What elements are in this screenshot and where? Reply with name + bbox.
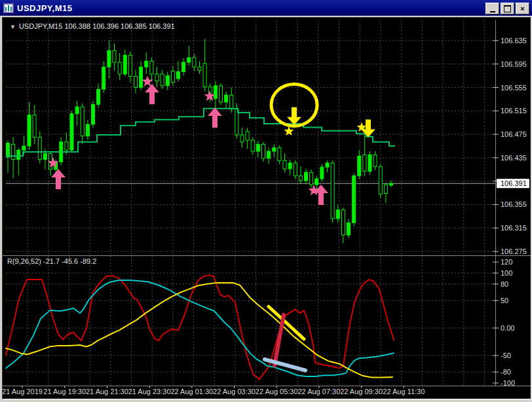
drawn-annotations[interactable] — [265, 306, 305, 370]
price-axis-label: 106.315 — [501, 224, 527, 232]
indicator-label: R(9,26,52) -21.7 -45.6 -89.2 — [7, 257, 96, 265]
window-title: USDJPY,M15 — [17, 3, 72, 13]
price-axis-label: 106.595 — [501, 60, 527, 68]
grid-horizontal-upper — [6, 41, 495, 251]
price-axis-label: 106.555 — [501, 84, 527, 92]
price-axis-label: 106.355 — [501, 200, 527, 208]
time-axis-label: 22 Aug 07:30 — [297, 388, 340, 395]
chart-app-icon[interactable] — [3, 3, 14, 13]
yellow-down-arrow-marker[interactable] — [287, 107, 301, 125]
pink-up-arrow-marker[interactable] — [314, 185, 328, 205]
maximize-button[interactable] — [501, 3, 514, 14]
indicator-axis-label: -50 — [501, 352, 511, 359]
indicator-axis-label: 0.00 — [501, 324, 514, 332]
price-axis[interactable]: 106.635106.595106.555106.515106.475106.4… — [493, 37, 527, 255]
price-axis-label: 106.275 — [501, 247, 527, 255]
time-axis-label: 21 Aug 19:30 — [43, 388, 86, 395]
price-axis-label: 106.515 — [501, 107, 527, 115]
indicator-axis-label: 50 — [501, 297, 508, 304]
indicator-axis-label: 120 — [501, 258, 512, 266]
current-price-value: 106.391 — [501, 179, 527, 187]
close-button[interactable]: × — [516, 3, 529, 14]
maximize-icon — [504, 5, 511, 12]
price-axis-label: 106.635 — [501, 37, 527, 45]
candlestick-series — [7, 39, 393, 243]
time-axis-label: 22 Aug 05:30 — [256, 388, 298, 395]
grid-vertical — [28, 20, 484, 386]
pink-up-arrow-marker[interactable] — [208, 107, 222, 128]
time-axis-label: 21 Aug 23:30 — [128, 388, 171, 395]
current-price-tag: 106.391 — [497, 179, 529, 188]
indicator-axis-label: 100 — [501, 269, 512, 277]
time-axis-label: 21 Aug 2019 — [3, 388, 43, 395]
dropdown-arrow-icon[interactable]: ▼ — [10, 24, 16, 30]
indicator-axis-label: 80 — [501, 280, 508, 288]
mt4-chart-window: USDJPY,M15 × ▼USDJPY,M15 106.388 106.396… — [0, 0, 532, 402]
quote-text: USDJPY,M15 106.388 106.396 106.385 106.3… — [19, 22, 175, 30]
indicator-axis-label: -100 — [501, 379, 515, 387]
panel-separators — [3, 20, 531, 386]
minimize-icon — [490, 11, 495, 12]
price-axis-label: 106.435 — [501, 154, 527, 162]
time-axis[interactable]: 21 Aug 201921 Aug 19:3021 Aug 21:3021 Au… — [3, 386, 425, 395]
ma-step-line — [6, 109, 395, 156]
minimize-button[interactable] — [485, 3, 499, 14]
oscillator-line-slow — [6, 283, 392, 377]
pink-up-arrow-marker[interactable] — [145, 84, 159, 104]
time-axis-label: 22 Aug 03:30 — [213, 388, 256, 395]
time-axis-label: 22 Aug 11:30 — [383, 388, 425, 395]
time-axis-label: 22 Aug 01:30 — [170, 388, 213, 395]
time-axis-label: 21 Aug 21:30 — [86, 388, 128, 395]
quote-info-line: ▼USDJPY,M15 106.388 106.396 106.385 106.… — [10, 22, 175, 30]
indicator-axis[interactable]: 12010080500.00-50-80-100 — [493, 258, 515, 387]
indicator-axis-label: -80 — [501, 368, 511, 376]
pink-up-arrow-marker[interactable] — [51, 169, 66, 189]
oscillator-series — [6, 275, 394, 379]
price-axis-label: 106.475 — [501, 130, 527, 138]
chart-area[interactable]: ▼USDJPY,M15 106.388 106.396 106.385 106.… — [2, 17, 531, 399]
title-bar[interactable]: USDJPY,M15 × — [0, 0, 532, 16]
time-axis-label: 22 Aug 09:30 — [340, 388, 383, 395]
chart-plot[interactable]: 106.635106.595106.555106.515106.475106.4… — [3, 18, 531, 399]
blue-trend-segment[interactable] — [265, 359, 305, 371]
oscillator-line-fast — [6, 275, 394, 379]
